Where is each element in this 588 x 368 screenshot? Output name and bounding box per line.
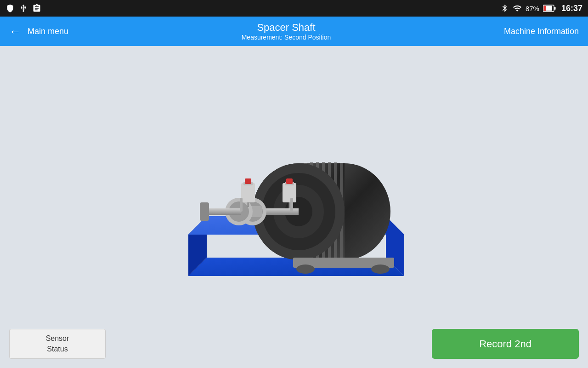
machine-information-button[interactable]: Machine Information [504,27,579,36]
main-content: SensorStatus Record 2nd [0,46,588,368]
machine-illustration [170,110,418,304]
svg-rect-39 [283,183,296,202]
battery-percentage: 87% [526,5,539,12]
main-menu-label: Main menu [28,27,68,36]
svg-point-24 [296,264,315,274]
nav-bar: ← Main menu Spacer Shaft Measurement: Se… [0,17,588,46]
sensor-status-label: SensorStatus [46,334,69,354]
svg-rect-36 [245,178,251,184]
page-subtitle: Measurement: Second Position [242,34,331,41]
battery-icon [543,5,556,12]
svg-rect-41 [286,178,293,184]
svg-point-25 [371,264,390,274]
nav-center: Spacer Shaft Measurement: Second Positio… [242,22,331,41]
shield-icon [6,4,15,13]
record-button-label: Record 2nd [479,338,531,350]
back-arrow-icon: ← [9,24,21,39]
svg-rect-43 [290,198,293,212]
svg-rect-33 [200,202,209,221]
svg-rect-38 [240,198,243,212]
record-second-button[interactable]: Record 2nd [432,329,579,359]
clipboard-icon [32,4,41,13]
svg-rect-1 [554,7,555,10]
time-display: 16:37 [561,4,582,13]
nav-back-button[interactable]: ← Main menu [9,24,68,39]
page-title: Spacer Shaft [242,22,331,34]
svg-rect-32 [207,208,241,215]
status-bar-right: 87% 16:37 [501,4,582,13]
wifi-icon [513,4,522,13]
usb-icon [19,4,28,12]
svg-rect-34 [241,183,255,202]
sensor-status-button[interactable]: SensorStatus [9,329,106,359]
bluetooth-icon [501,4,509,12]
svg-rect-3 [543,6,546,11]
status-bar: 87% 16:37 [0,0,588,17]
status-bar-left [6,4,41,13]
